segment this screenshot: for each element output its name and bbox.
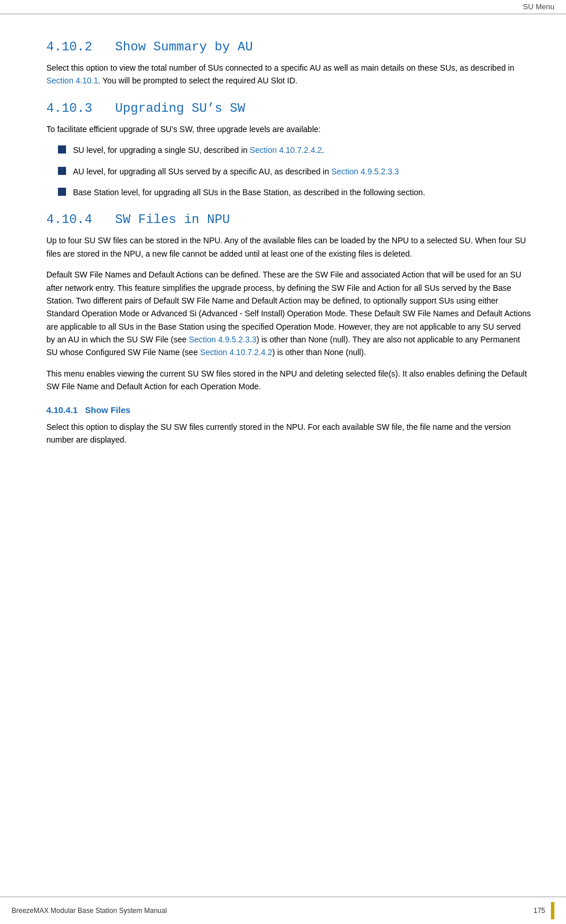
content-area: 4.10.2 Show Summary by AU Select this op…	[0, 14, 566, 896]
header-bar: SU Menu	[0, 0, 566, 14]
footer-page-number: 175	[534, 907, 545, 915]
header-title: SU Menu	[523, 2, 554, 11]
heading-4-10-3: 4.10.3 Upgrading SU’s SW	[46, 101, 531, 116]
bullet-icon	[58, 145, 66, 154]
link-section-4-10-7-2-4-2-b[interactable]: Section 4.10.7.2.4.2	[200, 348, 272, 357]
body-4-10-4-p1: Up to four SU SW files can be stored in …	[46, 234, 531, 260]
heading-4-10-2: 4.10.2 Show Summary by AU	[46, 40, 531, 54]
link-section-4-9-5-2-3-3-a[interactable]: Section 4.9.5.2.3.3	[331, 167, 399, 176]
bullet-list-4-10-3: SU level, for upgrading a single SU, des…	[58, 144, 531, 199]
link-section-4-10-7-2-4-2-a[interactable]: Section 4.10.7.2.4.2	[250, 145, 322, 155]
footer-bar: BreezeMAX Modular Base Station System Ma…	[0, 896, 566, 924]
list-item: Base Station level, for upgrading all SU…	[58, 186, 531, 199]
list-item: SU level, for upgrading a single SU, des…	[58, 144, 531, 156]
bullet-text: AU level, for upgrading all SUs served b…	[73, 165, 399, 178]
heading-4-10-4: 4.10.4 SW Files in NPU	[46, 213, 531, 227]
body-4-10-4-1: Select this option to display the SU SW …	[46, 421, 531, 447]
bullet-icon	[58, 167, 66, 175]
body-4-10-2: Select this option to view the total num…	[46, 61, 531, 87]
link-section-4-9-5-2-3-3-b[interactable]: Section 4.9.5.2.3.3	[189, 335, 257, 344]
heading-4-10-4-1: 4.10.4.1 Show Files	[46, 405, 531, 415]
footer-left: BreezeMAX Modular Base Station System Ma…	[12, 907, 167, 915]
footer-accent	[551, 902, 554, 919]
bullet-text: Base Station level, for upgrading all SU…	[73, 186, 425, 199]
list-item: AU level, for upgrading all SUs served b…	[58, 165, 531, 178]
link-section-4-10-1[interactable]: Section 4.10.1	[46, 76, 98, 85]
bullet-icon	[58, 188, 66, 196]
bullet-text: SU level, for upgrading a single SU, des…	[73, 144, 324, 156]
body-4-10-4-p2: Default SW File Names and Default Action…	[46, 268, 531, 359]
body-4-10-4-p3: This menu enables viewing the current SU…	[46, 367, 531, 393]
footer-right: 175	[534, 902, 554, 919]
body-4-10-3-intro: To facilitate efficient upgrade of SU’s …	[46, 123, 531, 136]
page-wrapper: SU Menu 4.10.2 Show Summary by AU Select…	[0, 0, 566, 924]
